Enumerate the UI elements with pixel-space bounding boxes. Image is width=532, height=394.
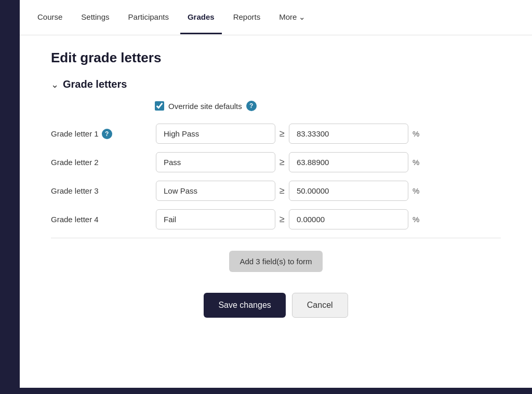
percent-4: % bbox=[413, 215, 419, 224]
grade-letter-2-value-input[interactable] bbox=[289, 152, 408, 172]
chevron-down-icon: ⌄ bbox=[299, 12, 305, 22]
gte-symbol-4: ≥ bbox=[280, 214, 285, 225]
main-content: Course Settings Participants Grades Repo… bbox=[20, 0, 532, 394]
save-button[interactable]: Save changes bbox=[204, 293, 285, 318]
divider bbox=[51, 238, 501, 238]
grade-letter-1-row: Grade letter 1 ? ≥ % bbox=[51, 124, 501, 144]
grade-letter-1-name-input[interactable] bbox=[156, 124, 275, 144]
nav-participants[interactable]: Participants bbox=[121, 1, 176, 34]
grade-letter-3-value-input[interactable] bbox=[289, 181, 408, 201]
override-help-icon[interactable]: ? bbox=[246, 101, 257, 111]
grade-letter-3-row: Grade letter 3 ≥ % bbox=[51, 181, 501, 201]
override-label: Override site defaults bbox=[168, 102, 242, 111]
nav-bar: Course Settings Participants Grades Repo… bbox=[20, 0, 532, 35]
gte-symbol-1: ≥ bbox=[280, 128, 285, 139]
section-collapse-icon[interactable]: ⌄ bbox=[51, 79, 59, 90]
override-row: Override site defaults ? bbox=[155, 101, 501, 111]
grade-letter-4-name-input[interactable] bbox=[156, 209, 275, 229]
cancel-button[interactable]: Cancel bbox=[292, 293, 348, 318]
add-fields-button[interactable]: Add 3 field(s) to form bbox=[229, 251, 322, 272]
grade-letter-4-row: Grade letter 4 ≥ % bbox=[51, 209, 501, 229]
grade-letter-4-inputs: ≥ % bbox=[156, 209, 419, 229]
nav-more[interactable]: More ⌄ bbox=[272, 1, 313, 35]
grade-letter-2-label: Grade letter 2 bbox=[51, 158, 124, 167]
add-fields-container: Add 3 field(s) to form bbox=[51, 251, 501, 282]
grade-letter-4-value-input[interactable] bbox=[289, 209, 408, 229]
override-checkbox[interactable] bbox=[155, 101, 164, 111]
grade-letter-3-name-input[interactable] bbox=[156, 181, 275, 201]
nav-settings[interactable]: Settings bbox=[74, 1, 116, 34]
gte-symbol-3: ≥ bbox=[280, 185, 285, 196]
grade-letter-4-label: Grade letter 4 bbox=[51, 215, 124, 224]
grade-letter-3-inputs: ≥ % bbox=[156, 181, 419, 201]
action-buttons: Save changes Cancel bbox=[51, 293, 501, 318]
grade-letter-2-inputs: ≥ % bbox=[156, 152, 419, 172]
page-body: Edit grade letters ⌄ Grade letters Overr… bbox=[20, 35, 532, 388]
nav-course[interactable]: Course bbox=[30, 1, 70, 34]
percent-2: % bbox=[413, 158, 419, 167]
nav-grades[interactable]: Grades bbox=[180, 1, 222, 34]
page-title: Edit grade letters bbox=[51, 50, 501, 66]
grade-letter-1-help-icon[interactable]: ? bbox=[102, 129, 112, 139]
grade-letter-2-name-input[interactable] bbox=[156, 152, 275, 172]
nav-reports[interactable]: Reports bbox=[226, 1, 268, 34]
percent-3: % bbox=[413, 186, 419, 195]
grade-letter-1-inputs: ≥ % bbox=[156, 124, 419, 144]
bottom-bar bbox=[20, 388, 532, 394]
section-header: ⌄ Grade letters bbox=[51, 78, 501, 90]
grade-letter-3-label: Grade letter 3 bbox=[51, 186, 124, 195]
grade-letter-1-value-input[interactable] bbox=[289, 124, 408, 144]
gte-symbol-2: ≥ bbox=[280, 157, 285, 168]
percent-1: % bbox=[413, 129, 419, 138]
grade-letter-2-row: Grade letter 2 ≥ % bbox=[51, 152, 501, 172]
grade-letter-1-label: Grade letter 1 ? bbox=[51, 129, 124, 139]
section-title: Grade letters bbox=[63, 78, 127, 90]
sidebar bbox=[0, 0, 20, 394]
